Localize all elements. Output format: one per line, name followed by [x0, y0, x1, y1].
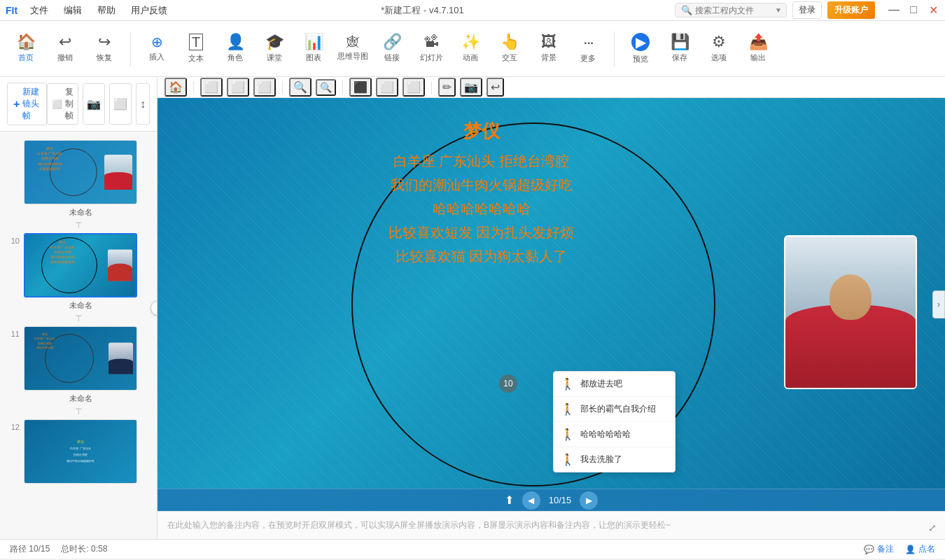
- resize-handle-11[interactable]: ⊤: [0, 407, 157, 416]
- comment-item-1[interactable]: 🚶 都放进去吧: [554, 372, 675, 397]
- slide-group-10: 梦仪白羊座 广东汕头拒绝台湾腔我们的潮汕牛肉哈哈哈哈哈哈哈 未命名: [24, 233, 137, 311]
- slide-canvas[interactable]: 梦仪 白羊座 广东汕头 拒绝台湾腔 我们的潮汕牛肉火锅超级好吃 哈哈哈哈哈哈哈 …: [158, 98, 945, 511]
- toolbar-interact[interactable]: 👆 交互: [491, 27, 528, 71]
- toolbar-more[interactable]: ··· 更多: [569, 27, 607, 71]
- right-panel-collapse[interactable]: ›: [932, 290, 945, 318]
- toolbar-chart[interactable]: 📊 图表: [295, 27, 332, 71]
- canvas-home-btn[interactable]: 🏠: [164, 78, 187, 97]
- search-input[interactable]: [695, 6, 772, 15]
- toolbar-options[interactable]: ⚙ 选项: [700, 27, 738, 71]
- interact-icon: 👆: [500, 34, 519, 50]
- minimize-button[interactable]: —: [888, 4, 900, 17]
- toolbar-mindmap[interactable]: 🕸 思维导图: [334, 27, 372, 71]
- zoom-in-btn[interactable]: 🔍: [289, 78, 312, 97]
- slide-line-1: 白羊座 广东汕头 拒绝台湾腔: [284, 149, 679, 173]
- comment-popup: 🚶 都放进去吧 🚶 部长的霸气自我介绍 🚶 哈哈哈哈哈哈 🚶 我去洗脸了: [553, 371, 676, 472]
- canvas-arrange-btn[interactable]: ⬜: [402, 78, 425, 97]
- points-button[interactable]: 👤 点名: [905, 543, 935, 555]
- toolbar-save[interactable]: 💾 保存: [661, 27, 699, 71]
- toolbar-redo[interactable]: ↪ 恢复: [85, 27, 123, 71]
- login-button[interactable]: 登录: [792, 1, 822, 19]
- toolbar-undo[interactable]: ↩ 撤销: [46, 27, 84, 71]
- zoom-out-btn[interactable]: 🔍: [316, 79, 336, 96]
- canvas-layer-btn[interactable]: ⬜: [376, 78, 398, 97]
- toolbar-animation[interactable]: ✨ 动画: [451, 27, 489, 71]
- toolbar-role[interactable]: 👤 角色: [216, 27, 254, 71]
- toolbar-class[interactable]: 🎓 课堂: [255, 27, 293, 71]
- comment-figure-icon-1: 🚶: [561, 377, 575, 391]
- toolbar-export[interactable]: 📤 输出: [739, 27, 777, 71]
- resize-handle-10[interactable]: ⊤: [0, 314, 157, 323]
- role-label: 角色: [227, 52, 243, 63]
- toolbar-preview[interactable]: ▶ 预览: [622, 27, 659, 71]
- menu-bar: 文件 编辑 帮助 用户反馈: [27, 3, 170, 18]
- toolbar-divider-2: [614, 31, 615, 66]
- toolbar-home[interactable]: 🏠 首页: [7, 27, 45, 71]
- comment-figure-icon-2: 🚶: [561, 402, 575, 416]
- slide-item-11[interactable]: 11 梦仪白羊座 广东汕头拒绝台湾腔潮汕牛肉火锅: [0, 323, 157, 407]
- toolbar-bg[interactable]: 🖼 背景: [530, 27, 568, 71]
- slide-group-11: 梦仪白羊座 广东汕头拒绝台湾腔潮汕牛肉火锅 未命名: [24, 326, 137, 404]
- maximize-button[interactable]: □: [907, 4, 920, 17]
- canvas-align-btn[interactable]: ⬛: [349, 78, 372, 97]
- duration-indicator: 总时长: 0:58: [61, 543, 107, 555]
- toolbar-insert[interactable]: ⊕ 插入: [138, 27, 176, 71]
- copy-label: 复制帧: [65, 86, 74, 122]
- comment-button[interactable]: 💬 备注: [864, 543, 894, 555]
- frame-size-button[interactable]: ⬜: [109, 83, 132, 125]
- toolbar-link[interactable]: 🔗 链接: [373, 27, 411, 71]
- new-frame-button[interactable]: + 新建镜头帧: [7, 83, 47, 125]
- menu-feedback[interactable]: 用户反馈: [128, 3, 170, 18]
- sort-button[interactable]: ↕: [136, 83, 150, 125]
- canvas-toolbar: 🏠 ⬜ ⬜ ⬜ 🔍 🔍 ⬛ ⬜ ⬜ ✏ 📷 ↩: [158, 77, 945, 98]
- slide-thumbnail-11[interactable]: 梦仪白羊座 广东汕头拒绝台湾腔潮汕牛肉火锅: [24, 326, 137, 391]
- copy-frame-button[interactable]: ⬜ 复制帧: [47, 83, 78, 125]
- search-dropdown-icon[interactable]: ▼: [775, 6, 782, 14]
- menu-help[interactable]: 帮助: [94, 3, 118, 18]
- slide-thumbnail-9[interactable]: 梦仪白羊座 广东汕头拒绝台湾腔我们的潮汕牛肉火锅超级好吃: [24, 140, 137, 204]
- nav-share-icon[interactable]: ⬆: [505, 493, 514, 507]
- camera-tool-button[interactable]: 📷: [83, 83, 105, 125]
- toolbar-slides[interactable]: 📽 幻灯片: [412, 27, 450, 71]
- slide-label-10: 未命名: [69, 300, 92, 311]
- search-box[interactable]: 🔍 ▼: [675, 3, 787, 18]
- slide-label-9: 未命名: [69, 207, 92, 218]
- home-icon: 🏠: [17, 34, 36, 50]
- close-button[interactable]: ✕: [927, 4, 939, 17]
- menu-edit[interactable]: 编辑: [61, 3, 85, 18]
- more-label: 更多: [580, 53, 596, 64]
- slide-thumbnail-10[interactable]: 梦仪白羊座 广东汕头拒绝台湾腔我们的潮汕牛肉哈哈哈哈哈哈哈: [24, 233, 137, 298]
- sidebar-tools: ⬜ 复制帧 📷 ⬜ ↕: [47, 83, 150, 125]
- canvas-copy-btn[interactable]: ⬜: [200, 78, 223, 97]
- canvas-paste-btn[interactable]: ⬜: [227, 78, 249, 97]
- slide-nav-bar: ⬆ ◀ 10/15 ▶: [158, 489, 945, 511]
- redo-icon: ↪: [98, 34, 111, 50]
- save-icon: 💾: [671, 34, 690, 50]
- slide-item-9[interactable]: 梦仪白羊座 广东汕头拒绝台湾腔我们的潮汕牛肉火锅超级好吃 未命名: [0, 137, 157, 220]
- canvas-frame-btn[interactable]: ⬜: [253, 78, 276, 97]
- slide-thumbnail-12[interactable]: 梦仪 白羊座 广东汕头拒绝台湾腔潮汕牛肉火锅超级好吃: [24, 419, 137, 484]
- slide-item-12[interactable]: 12 梦仪 白羊座 广东汕头拒绝台湾腔潮汕牛肉火锅超级好吃: [0, 416, 157, 489]
- comment-item-3[interactable]: 🚶 哈哈哈哈哈哈: [554, 422, 675, 447]
- toolbar-group-content: ⊕ 插入 T 文本 👤 角色 🎓 课堂 📊 图表 🕸 思维导图 🔗 链接 📽: [138, 27, 607, 71]
- comment-item-2[interactable]: 🚶 部长的霸气自我介绍: [554, 397, 675, 422]
- next-slide-button[interactable]: ▶: [580, 491, 598, 510]
- notes-expand-button[interactable]: ⤢: [928, 522, 937, 533]
- toolbar-text[interactable]: T 文本: [177, 27, 215, 71]
- slide-item-10[interactable]: 10 梦仪白羊座 广东汕头拒绝台湾腔我们的潮汕牛肉哈哈哈哈哈哈哈: [0, 230, 157, 314]
- menu-file[interactable]: 文件: [27, 3, 51, 18]
- comment-figure-icon-3: 🚶: [561, 428, 575, 441]
- slide-number-10: 10: [7, 237, 20, 245]
- upgrade-button[interactable]: 升级账户: [827, 1, 875, 19]
- app-logo: FIt: [6, 5, 18, 16]
- prev-slide-button[interactable]: ◀: [522, 491, 540, 510]
- canvas-undo-btn[interactable]: ↩: [486, 78, 504, 97]
- resize-handle-9[interactable]: ⊤: [0, 220, 157, 230]
- slide-line-5: 比较喜欢猫 因为狗太黏人了: [284, 244, 679, 268]
- preview-label: 预览: [633, 54, 648, 64]
- canvas-pen-btn[interactable]: ✏: [438, 78, 456, 97]
- canvas-screenshot-btn[interactable]: 📷: [460, 78, 482, 97]
- slide-number-12: 12: [7, 423, 20, 431]
- comment-item-4[interactable]: 🚶 我去洗脸了: [554, 447, 675, 472]
- comment-figure-icon-4: 🚶: [561, 453, 575, 466]
